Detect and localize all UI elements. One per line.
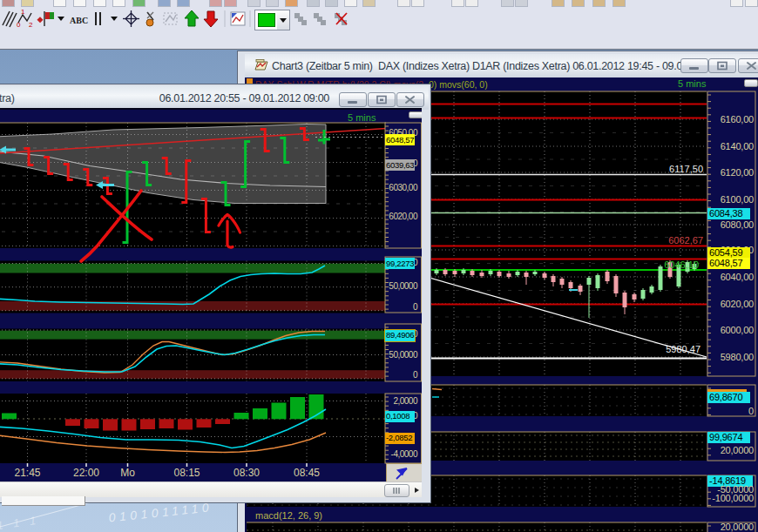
svg-text:6046,10: 6046,10 <box>664 259 699 270</box>
svg-text:5980,47: 5980,47 <box>666 344 700 354</box>
svg-text:1: 1 <box>21 8 25 16</box>
svg-text:ABC: ABC <box>70 16 88 25</box>
svg-text:6062,67: 6062,67 <box>668 235 703 246</box>
svg-text:6117,50: 6117,50 <box>669 164 703 174</box>
svg-text:2: 2 <box>29 21 33 29</box>
svg-text:0: 0 <box>17 21 21 29</box>
